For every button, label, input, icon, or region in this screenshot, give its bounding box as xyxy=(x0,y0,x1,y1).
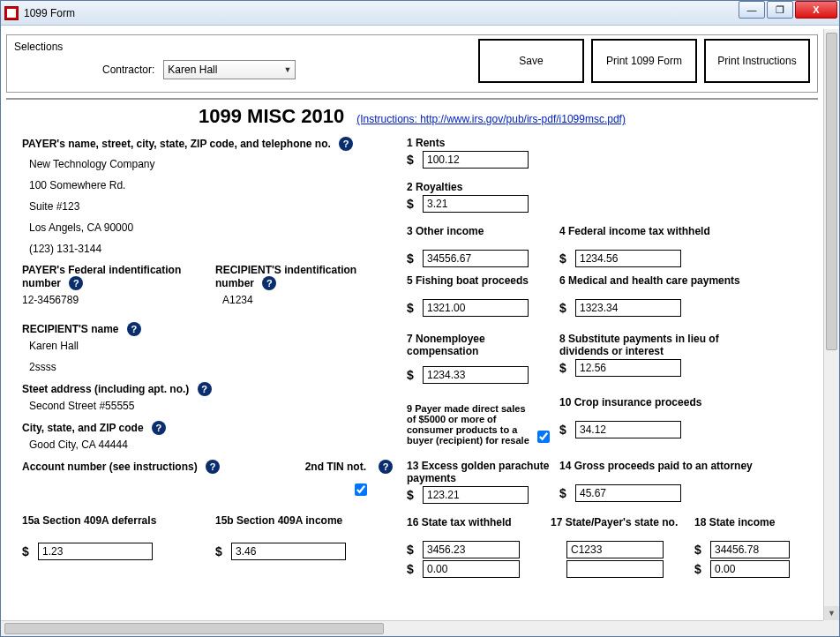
chevron-down-icon: ▼ xyxy=(283,65,291,74)
street-label: Steet address (including apt. no.) xyxy=(22,383,189,395)
box2-label: 2 Royalties xyxy=(407,181,814,193)
titlebar: 1099 Form — ❐ X xyxy=(1,1,839,26)
window-title: 1099 Form xyxy=(24,7,75,19)
box14-input[interactable] xyxy=(575,484,681,502)
box18-label: 18 State income xyxy=(694,516,814,539)
recipient-name-label: RECIPIENT'S name xyxy=(22,323,119,335)
box5-input[interactable] xyxy=(423,299,529,317)
box10-input[interactable] xyxy=(575,421,681,438)
scroll-corner xyxy=(823,620,839,636)
dollar-icon: $ xyxy=(694,562,705,576)
recipient-id-value: A1234 xyxy=(222,294,393,306)
box10-label: 10 Crop insurance proceeds xyxy=(559,396,754,419)
dollar-icon: $ xyxy=(407,488,417,502)
account-label: Account number (see instructions) xyxy=(22,461,198,473)
box17-label: 17 State/Payer's state no. xyxy=(551,516,687,539)
help-icon[interactable]: ? xyxy=(127,322,141,336)
help-icon[interactable]: ? xyxy=(339,137,353,151)
dollar-icon: $ xyxy=(559,361,570,375)
dollar-icon: $ xyxy=(559,486,570,500)
dollar-icon: $ xyxy=(215,544,226,558)
box15b-input[interactable] xyxy=(231,543,346,560)
instructions-link[interactable]: (Instructions: http://www.irs.gov/pub/ir… xyxy=(356,113,626,125)
dollar-icon: $ xyxy=(407,543,417,557)
contractor-dropdown[interactable]: Karen Hall ▼ xyxy=(163,60,296,79)
box15b-label: 15b Section 409A income xyxy=(215,514,393,527)
selections-panel: Selections Contractor: Karen Hall ▼ Save… xyxy=(6,34,818,93)
box2-input[interactable] xyxy=(423,195,529,213)
dollar-icon: $ xyxy=(407,197,417,211)
box7-input[interactable] xyxy=(423,366,529,384)
close-button[interactable]: X xyxy=(795,1,837,19)
box1-label: 1 Rents xyxy=(407,137,814,149)
dollar-icon: $ xyxy=(22,544,33,558)
box1-input[interactable] xyxy=(423,151,529,169)
help-icon[interactable]: ? xyxy=(379,460,393,474)
dollar-icon: $ xyxy=(407,153,417,167)
dollar-icon: $ xyxy=(559,251,570,266)
payer-name: New Technology Company xyxy=(29,158,393,170)
dollar-icon: $ xyxy=(559,423,570,437)
box8-input[interactable] xyxy=(575,359,681,377)
contractor-label: Contractor: xyxy=(102,64,154,76)
box16-input-1[interactable] xyxy=(423,541,520,558)
scrollbar-thumb[interactable] xyxy=(4,623,384,634)
help-icon[interactable]: ? xyxy=(69,276,83,290)
box16-label: 16 State tax withheld xyxy=(407,516,544,539)
help-icon[interactable]: ? xyxy=(262,276,276,290)
print-1099-button[interactable]: Print 1099 Form xyxy=(591,39,697,83)
horizontal-scrollbar[interactable] xyxy=(1,620,823,636)
box18-input-2[interactable] xyxy=(710,560,790,578)
scrollbar-thumb[interactable] xyxy=(826,33,837,350)
box13-label: 13 Excess golden parachute payments xyxy=(407,460,552,484)
box13-input[interactable] xyxy=(423,486,529,504)
recipient-id-label: RECIPIENT'S indentification number xyxy=(215,264,356,289)
dollar-icon: $ xyxy=(694,543,705,557)
box5-label: 5 Fishing boat proceeds xyxy=(407,274,552,297)
maximize-button[interactable]: ❐ xyxy=(767,1,793,19)
box4-input[interactable] xyxy=(575,250,681,267)
box8-label: 8 Substitute payments in lieu of dividen… xyxy=(559,333,754,357)
payer-phone: (123) 131-3144 xyxy=(29,243,393,255)
dollar-icon: $ xyxy=(407,301,417,315)
box16-input-2[interactable] xyxy=(423,560,520,578)
help-icon[interactable]: ? xyxy=(206,460,220,474)
help-icon[interactable]: ? xyxy=(152,421,166,435)
recipient-extra: 2ssss xyxy=(29,361,393,373)
contractor-value: Karen Hall xyxy=(168,64,217,76)
box4-label: 4 Federal income tax withheld xyxy=(559,225,736,248)
payer-label: PAYER's name, street, city, state, ZIP c… xyxy=(22,138,331,150)
box7-label: 7 Nonemployee compensation xyxy=(407,333,552,357)
street-value: Second Street #55555 xyxy=(29,400,393,412)
box6-input[interactable] xyxy=(575,299,681,317)
payer-citystate: Los Angels, CA 90000 xyxy=(29,221,393,234)
second-tin-label: 2nd TIN not. xyxy=(305,461,366,473)
box15a-label: 15a Section 409A deferrals xyxy=(22,514,199,527)
scroll-down-icon[interactable]: ▼ xyxy=(824,606,839,620)
print-instructions-button[interactable]: Print Instructions xyxy=(704,39,810,83)
app-icon xyxy=(4,6,19,20)
dollar-icon: $ xyxy=(407,562,417,576)
box3-input[interactable] xyxy=(423,250,529,267)
payer-fed-value: 12-3456789 xyxy=(22,294,199,306)
dollar-icon: $ xyxy=(407,251,417,266)
box18-input-1[interactable] xyxy=(710,541,790,558)
help-icon[interactable]: ? xyxy=(198,382,212,396)
dollar-icon: $ xyxy=(559,301,570,315)
box9-checkbox[interactable] xyxy=(537,431,550,443)
save-button[interactable]: Save xyxy=(478,39,584,83)
recipient-name: Karen Hall xyxy=(29,340,393,352)
payer-fed-label: PAYER's Federal indentification number xyxy=(22,264,181,289)
payer-street: 100 Somewhere Rd. xyxy=(29,179,393,191)
selections-label: Selections xyxy=(14,41,438,53)
content-area: Selections Contractor: Karen Hall ▼ Save… xyxy=(1,29,823,620)
box15a-input[interactable] xyxy=(38,543,153,560)
minimize-button[interactable]: — xyxy=(739,1,765,19)
box17-input-2[interactable] xyxy=(566,560,664,578)
box3-label: 3 Other income xyxy=(407,225,552,248)
box14-label: 14 Gross proceeds paid to an attorney xyxy=(559,460,754,483)
box6-label: 6 Medical and health care payments xyxy=(559,274,789,297)
second-tin-checkbox[interactable] xyxy=(355,483,367,496)
box17-input-1[interactable] xyxy=(566,541,664,558)
vertical-scrollbar[interactable]: ▼ xyxy=(823,29,839,620)
